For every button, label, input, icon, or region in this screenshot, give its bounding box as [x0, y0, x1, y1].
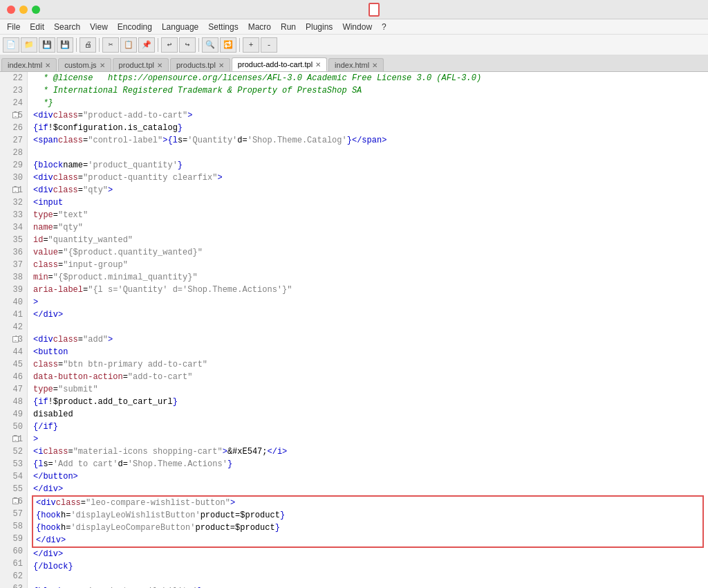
tab-close-icon[interactable]: ✕	[100, 62, 105, 69]
line-number: -31	[11, 184, 23, 196]
line-number: 22	[11, 72, 23, 84]
toolbar-open[interactable]: 📁	[21, 37, 37, 53]
traffic-lights	[7, 6, 40, 14]
tab-close-icon[interactable]: ✕	[218, 62, 224, 69]
line-number: 55	[11, 483, 23, 495]
menu-macro[interactable]: Macro	[244, 21, 275, 33]
tab-product-tpl[interactable]: product.tpl ✕	[113, 58, 169, 71]
line-number: 58	[11, 520, 23, 533]
line-number: -25	[11, 109, 23, 122]
maximize-button[interactable]	[32, 6, 40, 14]
line-number: 62	[11, 570, 23, 582]
tab-close-icon[interactable]: ✕	[372, 62, 378, 69]
toolbar-sep3	[158, 38, 158, 52]
tab-label: products.tpl	[176, 61, 216, 69]
line-number: 27	[11, 134, 23, 147]
line-number: 33	[11, 209, 23, 221]
toolbar-new[interactable]: 📄	[3, 37, 19, 53]
code-line: class="input-group"	[30, 259, 705, 271]
toolbar-replace[interactable]: 🔁	[220, 37, 236, 53]
line-number: 54	[11, 470, 23, 483]
code-line: <i class="material-icons shopping-cart">…	[30, 445, 705, 458]
code-line: type="text"	[30, 209, 705, 221]
menu-edit[interactable]: Edit	[26, 21, 48, 33]
close-button[interactable]	[7, 6, 15, 14]
line-number: -43	[11, 333, 23, 346]
menu-run[interactable]: Run	[277, 21, 300, 33]
code-line: class="btn btn-primary add-to-cart"	[30, 358, 705, 371]
menu-settings[interactable]: Settings	[204, 21, 242, 33]
line-number: -51	[11, 433, 23, 445]
menu-file[interactable]: File	[3, 21, 24, 33]
toolbar-sep4	[198, 38, 199, 52]
line-numbers: 222324-252627282930-31323334353637383940…	[0, 72, 28, 588]
line-number: 53	[11, 458, 23, 470]
tab-label: product-add-to-cart.tpl	[238, 60, 313, 68]
tab-label: index.html	[335, 61, 369, 69]
menu-window[interactable]: Window	[338, 21, 376, 33]
line-number: 28	[11, 147, 23, 159]
menu-help[interactable]: ?	[378, 21, 391, 33]
toolbar-cut[interactable]: ✂	[102, 37, 119, 53]
code-line: <div class="leo-compare-wishlist-button"…	[33, 497, 702, 509]
toolbar-sep5	[239, 38, 240, 52]
fold-indicator[interactable]: -	[12, 436, 19, 442]
toolbar-zoom-in[interactable]: +	[243, 37, 259, 53]
tab-product-add-to-cart-tpl[interactable]: product-add-to-cart.tpl ✕	[232, 57, 327, 71]
menu-view[interactable]: View	[86, 21, 112, 33]
toolbar-print[interactable]: 🖨	[80, 37, 96, 53]
tab-close-icon[interactable]: ✕	[157, 62, 162, 69]
code-line: min="{$product.minimal_quantity}"	[30, 271, 705, 284]
menu-search[interactable]: Search	[50, 21, 84, 33]
code-content[interactable]: * @license https://opensource.org/licens…	[28, 72, 708, 588]
toolbar-redo[interactable]: ↪	[179, 37, 196, 53]
window-title	[47, 5, 701, 15]
menu-encoding[interactable]: Encoding	[113, 21, 156, 33]
line-number: 44	[11, 346, 23, 358]
code-area[interactable]: 222324-252627282930-31323334353637383940…	[0, 72, 708, 588]
line-number: 48	[11, 396, 23, 408]
fold-indicator[interactable]: -	[12, 498, 19, 504]
toolbar-paste[interactable]: 📌	[138, 37, 155, 53]
tab-index-html-2[interactable]: index.html ✕	[328, 58, 384, 71]
code-line: </div>	[30, 309, 705, 321]
code-line: <div class="product-add-to-cart">	[30, 109, 705, 122]
tab-products-tpl[interactable]: products.tpl ✕	[170, 58, 230, 71]
code-line: <div class="add">	[30, 333, 705, 346]
tab-index-html-1[interactable]: index.html ✕	[1, 58, 57, 71]
fold-indicator[interactable]: -	[12, 187, 19, 193]
toolbar-copy[interactable]: 📋	[120, 37, 137, 53]
line-number: -56	[11, 495, 23, 508]
code-line: <button	[30, 346, 705, 358]
line-number: 35	[11, 234, 23, 246]
line-number: 30	[11, 172, 23, 184]
line-number: 41	[11, 309, 23, 321]
code-line: disabled	[30, 408, 705, 421]
line-number: 37	[11, 259, 23, 271]
fold-indicator[interactable]: -	[12, 336, 19, 342]
toolbar-find[interactable]: 🔍	[202, 37, 218, 53]
line-number: 50	[11, 421, 23, 433]
code-line: aria-label="{l s='Quantity' d='Shop.Them…	[30, 284, 705, 296]
menu-plugins[interactable]: Plugins	[301, 21, 337, 33]
tab-close-icon[interactable]: ✕	[45, 62, 50, 69]
code-line: {block name='product_availability'}	[30, 585, 705, 588]
toolbar-undo[interactable]: ↩	[161, 37, 178, 53]
toolbar-save[interactable]: 💾	[39, 37, 55, 53]
tab-close-icon[interactable]: ✕	[315, 61, 321, 68]
line-number: 47	[11, 383, 23, 396]
line-number: 49	[11, 408, 23, 421]
code-line: </div>	[30, 483, 705, 495]
minimize-button[interactable]	[19, 6, 28, 14]
code-line: data-button-action="add-to-cart"	[30, 371, 705, 383]
toolbar: 📄 📁 💾 💾 🖨 ✂ 📋 📌 ↩ ↪ 🔍 🔁 + -	[0, 35, 708, 55]
toolbar-saveall[interactable]: 💾	[57, 37, 73, 53]
fold-indicator[interactable]: -	[12, 112, 19, 118]
toolbar-zoom-out[interactable]: -	[261, 37, 277, 53]
code-line: {/block}	[30, 560, 705, 573]
line-number: 42	[11, 321, 23, 333]
code-line: {hook h='displayLeoWishlistButton' produ…	[33, 509, 702, 522]
menu-language[interactable]: Language	[158, 21, 203, 33]
tab-custom-js[interactable]: custom.js ✕	[58, 58, 111, 71]
line-number: 57	[11, 508, 23, 520]
